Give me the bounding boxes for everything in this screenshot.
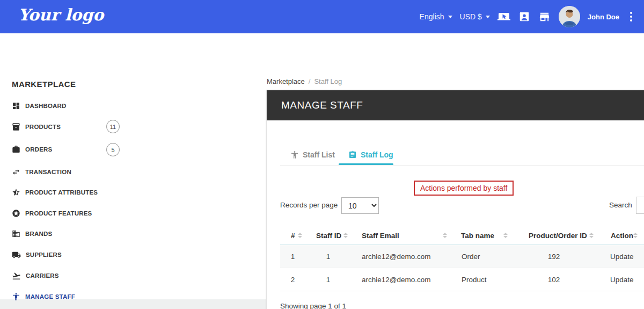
column-header-action[interactable]: Action — [597, 226, 639, 245]
star-circle-icon — [12, 209, 20, 218]
chevron-down-icon — [486, 16, 490, 18]
sort-icon — [343, 233, 348, 238]
column-header-date[interactable]: Date — [639, 226, 644, 245]
sidebar-item-label: SUPPLIERS — [26, 251, 62, 258]
currency-label: USD $ — [460, 12, 482, 21]
products-box-icon — [12, 123, 20, 131]
tab-label: Staff Log — [361, 150, 393, 159]
table-row: 1 1 archie12@demo.com Order 192 Update 2… — [280, 245, 644, 268]
language-label: English — [420, 12, 444, 21]
orders-briefcase-icon — [12, 145, 20, 154]
page-title: MANAGE STAFF — [281, 90, 363, 120]
brand-logo[interactable]: Your logo — [18, 5, 104, 24]
sidebar-item-label: MANAGE STAFF — [25, 293, 75, 300]
manage-staff-panel: MANAGE STAFF Staff List Staff Log Action… — [266, 90, 644, 309]
table-header-row: # Staff ID Staff Email Tab name — [280, 226, 644, 245]
swap-arrows-icon — [12, 168, 20, 176]
sidebar-item-label: PRODUCTS — [25, 124, 61, 130]
sort-icon — [589, 233, 594, 238]
sidebar-item-label: BRANDS — [25, 231, 52, 237]
sidebar-item-label: ORDERS — [25, 146, 52, 153]
breadcrumb-current: Staff Log — [314, 77, 342, 85]
visit-shop-icon[interactable] — [497, 10, 510, 23]
annotation-text: Actions performed by staff — [420, 184, 507, 192]
storefront-icon[interactable] — [538, 10, 551, 23]
star-half-icon — [12, 188, 20, 197]
chevron-down-icon — [448, 16, 452, 18]
annotation-box: Actions performed by staff — [414, 181, 514, 196]
records-per-page-label: Records per page — [280, 201, 338, 209]
sidebar-item-product-features[interactable]: PRODUCT FEATURES — [12, 208, 92, 219]
app-root: Your logo English USD $ — [0, 0, 644, 309]
plane-takeoff-icon — [12, 271, 21, 281]
sidebar-item-label: CARRIERS — [26, 272, 59, 279]
sidebar-item-label: DASHBOARD — [25, 103, 67, 109]
sidebar-item-carriers[interactable]: CARRIERS — [12, 270, 59, 281]
person-icon — [290, 150, 299, 159]
sidebar-item-orders[interactable]: ORDERS — [12, 144, 52, 155]
sidebar-item-brands[interactable]: BRANDS — [12, 228, 52, 239]
sidebar-item-suppliers[interactable]: SUPPLIERS — [12, 249, 62, 260]
column-header-tab-name[interactable]: Tab name — [450, 226, 511, 245]
sort-icon — [503, 233, 508, 238]
staff-log-table: # Staff ID Staff Email Tab name — [280, 226, 644, 291]
sidebar-heading: MARKETPLACE — [12, 80, 76, 89]
sidebar-item-products[interactable]: PRODUCTS — [12, 121, 61, 132]
sort-icon — [443, 233, 447, 238]
sidebar-item-dashboard[interactable]: DASHBOARD — [12, 100, 67, 111]
more-options-icon[interactable] — [627, 10, 635, 24]
sidebar-item-label: TRANSACTION — [25, 169, 71, 175]
panel-header: MANAGE STAFF — [267, 90, 644, 120]
person-icon — [12, 292, 20, 301]
column-header-staff-email[interactable]: Staff Email — [351, 226, 450, 245]
breadcrumb-separator: / — [309, 77, 311, 85]
tabs-divider — [280, 165, 644, 166]
sort-icon — [633, 233, 638, 238]
tab-staff-log[interactable]: Staff Log — [348, 150, 393, 159]
search-label: Search — [609, 201, 632, 209]
topbar: Your logo English USD $ — [0, 0, 644, 33]
column-header-staff-id[interactable]: Staff ID — [305, 226, 351, 245]
currency-selector[interactable]: USD $ — [460, 12, 490, 21]
sidebar: MARKETPLACE DASHBOARD PRODUCTS 11 ORDERS… — [0, 33, 129, 299]
sidebar-item-product-attributes[interactable]: PRODUCT ATTRIBUTES — [12, 187, 98, 198]
staff-account-icon[interactable] — [518, 10, 531, 23]
clipboard-log-icon — [348, 150, 357, 159]
truck-icon — [12, 250, 21, 260]
column-header-product-order-id[interactable]: Product/Order ID — [511, 226, 597, 245]
user-avatar[interactable] — [559, 6, 580, 27]
dashboard-icon — [12, 102, 20, 110]
orders-count-badge: 5 — [106, 143, 120, 156]
sidebar-item-manage-staff[interactable]: MANAGE STAFF — [12, 291, 75, 302]
building-icon — [12, 229, 20, 238]
main-content: Marketplace / Staff Log MANAGE STAFF Sta… — [129, 33, 644, 299]
records-per-page-select[interactable]: 10 — [341, 197, 379, 214]
breadcrumb-marketplace[interactable]: Marketplace — [267, 77, 305, 85]
search-input[interactable] — [636, 197, 644, 214]
sidebar-item-label: PRODUCT FEATURES — [25, 210, 92, 217]
user-name: John Doe — [588, 13, 619, 21]
sidebar-item-label: PRODUCT ATTRIBUTES — [25, 189, 98, 196]
showing-page-text: Showing page 1 of 1 — [280, 302, 346, 309]
tab-staff-list[interactable]: Staff List — [290, 150, 335, 159]
topbar-actions: English USD $ — [420, 0, 635, 33]
column-header-index[interactable]: # — [280, 226, 305, 245]
tab-label: Staff List — [303, 150, 335, 159]
table-row: 2 1 archie12@demo.com Product 102 Update… — [280, 268, 644, 291]
breadcrumb: Marketplace / Staff Log — [267, 77, 342, 85]
sidebar-item-transaction[interactable]: TRANSACTION — [12, 167, 71, 177]
sort-icon — [298, 233, 302, 238]
products-count-badge: 11 — [106, 120, 120, 133]
language-selector[interactable]: English — [420, 12, 452, 21]
